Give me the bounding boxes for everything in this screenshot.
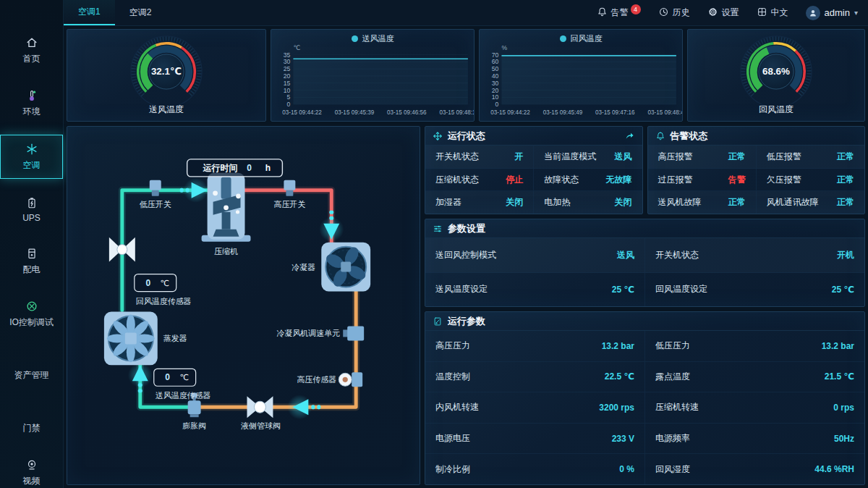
field: 风机通讯故障正常	[756, 191, 864, 214]
svg-text:35: 35	[284, 51, 291, 59]
field-label: 开关机状态	[655, 249, 699, 261]
svg-text:03-15 09:48:43: 03-15 09:48:43	[648, 109, 682, 116]
field-label: 露点温度	[655, 371, 690, 383]
field-label: 过压报警	[658, 174, 693, 186]
chart-legend: 送风温度	[271, 30, 474, 44]
supply-temp-chart: ℃0510152025303503-15 09:44:2203-15 09:45…	[271, 44, 474, 121]
field: 开关机状态开	[425, 146, 533, 168]
kpi-row: 32.1℃ 送风温度 送风温度 ℃0510152025303503-15 09:…	[67, 29, 865, 122]
sidebar-item-label: 配电	[23, 264, 41, 276]
share-icon[interactable]	[624, 130, 635, 141]
field: 送风温度设定25 ℃	[425, 273, 644, 307]
legend-dot-icon	[352, 35, 358, 42]
action-label: 中文	[771, 7, 788, 19]
history-icon	[658, 7, 669, 20]
return-sensor-value: 0	[145, 278, 150, 288]
field-label: 电源电压	[435, 432, 470, 445]
svg-text:10: 10	[492, 93, 499, 101]
field: 过压报警告警	[648, 169, 756, 191]
sidebar-item-label: 首页	[23, 53, 41, 65]
return-temp-sensor-box: 0 ℃	[135, 274, 176, 292]
svg-text:60: 60	[492, 58, 499, 65]
header-actions: 告警4历史设置中文admin▾	[590, 0, 868, 25]
panel-row: 送风机故障正常风机通讯故障正常	[648, 191, 865, 214]
alarm-count-badge: 4	[631, 4, 641, 14]
tab-ac1[interactable]: 空调1	[64, 0, 115, 25]
svg-text:℃: ℃	[293, 44, 300, 51]
sidebar-item-env[interactable]: 环境	[0, 82, 63, 125]
tab-ac2[interactable]: 空调2	[115, 0, 166, 25]
sidebar-item-label: 门禁	[23, 422, 41, 434]
sidebar-item-ac[interactable]: 空调	[0, 135, 63, 179]
field-label: 高压压力	[435, 340, 470, 352]
panel-title: 运行参数	[448, 315, 485, 328]
field-value: 21.5 ℃	[825, 371, 854, 382]
field-label: 低压报警	[767, 151, 801, 163]
sidebar: 首页环境空调UPS配电IO控制调试资产管理门禁视频 09:49:21 2024-…	[0, 0, 64, 488]
gear-icon	[707, 7, 718, 20]
sidebar-item-io[interactable]: IO控制调试	[0, 293, 63, 335]
status-alarm-row: 运行状态 开关机状态开当前温度模式送风压缩机状态停止故障状态无故障加湿器关闭电加…	[425, 126, 865, 214]
panel-header: 运行状态	[425, 127, 642, 146]
field: 电源电压233 V	[425, 424, 644, 454]
field: 回风温度设定25 ℃	[644, 273, 864, 307]
field: 制冷比例0 %	[425, 454, 644, 484]
supply-sensor-value: 0	[165, 372, 170, 382]
field-value: 233 V	[612, 434, 634, 444]
header-action-language[interactable]: 中文	[749, 0, 796, 25]
action-label: 告警	[611, 7, 629, 19]
supply-temp-sensor-box: 0 ℃	[154, 369, 196, 386]
svg-text:40: 40	[492, 72, 499, 80]
sidebar-item-asset[interactable]: 资产管理	[0, 345, 63, 388]
panel-header: 运行参数	[425, 312, 864, 331]
field: 当前温度模式送风	[533, 146, 642, 168]
panel-row: 高压报警正常低压报警正常	[648, 146, 865, 169]
field-value: 关闭	[615, 196, 632, 209]
svg-text:10: 10	[284, 87, 291, 94]
line-chart-return-temp: 回风温度 %01020304050607003-15 09:44:2203-15…	[479, 29, 683, 122]
move-icon	[433, 131, 443, 141]
pipe-liquid-orange	[192, 292, 357, 408]
panel-title: 告警状态	[671, 130, 708, 143]
avatar	[806, 6, 820, 20]
svg-text:03-15 09:45:49: 03-15 09:45:49	[543, 109, 583, 116]
user-menu[interactable]: admin▾	[799, 6, 858, 20]
sidebar-item-ups[interactable]: UPS	[0, 189, 63, 230]
panel-row: 内风机转速3200 rps压缩机转速0 rps	[425, 392, 864, 424]
home-icon	[25, 35, 39, 50]
field-label: 加湿器	[435, 196, 461, 209]
sidebar-item-door[interactable]: 门禁	[0, 398, 63, 441]
evaporator-icon	[104, 311, 158, 365]
field-value: 50Hz	[834, 434, 854, 444]
panel-title: 运行状态	[448, 130, 485, 143]
alarm-status-panel: 告警状态 高压报警正常低压报警正常过压报警告警欠压报警正常送风机故障正常风机通讯…	[647, 126, 866, 214]
hvac-cycle-diagram: 运行时间 0 h 0 ℃ 0	[67, 126, 420, 485]
sidebar-item-label: IO控制调试	[9, 316, 54, 329]
field-label: 高压报警	[658, 151, 693, 163]
field-value: 告警	[728, 174, 746, 186]
user-name: admin	[825, 7, 850, 18]
chevron-down-icon: ▾	[854, 9, 858, 17]
line-chart-supply-temp: 送风温度 ℃0510152025303503-15 09:44:2203-15 …	[271, 29, 475, 122]
sidebar-item-home[interactable]: 首页	[0, 29, 63, 72]
field-label: 故障状态	[544, 174, 579, 186]
field-value: 正常	[837, 196, 854, 209]
sidebar-item-video[interactable]: 视频	[0, 451, 63, 488]
header-action-history[interactable]: 历史	[651, 0, 697, 25]
field: 内风机转速3200 rps	[425, 392, 644, 423]
svg-text:32.1℃: 32.1℃	[151, 66, 182, 77]
return-sensor-unit: ℃	[161, 279, 169, 287]
gauge-panel-return-temp: 68.6% 回风温度	[687, 29, 865, 122]
svg-text:%: %	[501, 44, 507, 51]
field-label: 回风温度设定	[655, 283, 707, 295]
header-action-settings[interactable]: 设置	[700, 0, 746, 25]
field-label: 开关机状态	[435, 151, 479, 163]
header-action-alarm[interactable]: 告警4	[590, 0, 648, 25]
field: 压缩机转速0 rps	[644, 392, 864, 423]
sidebar-item-power[interactable]: 配电	[0, 240, 63, 282]
field-value: 正常	[837, 174, 854, 186]
settings-panel: 参数设置 送回风控制模式送风开关机状态开机送风温度设定25 ℃回风温度设定25 …	[425, 219, 865, 307]
sidebar-nav: 首页环境空调UPS配电IO控制调试资产管理门禁视频	[0, 29, 63, 488]
panel-row: 送风温度设定25 ℃回风温度设定25 ℃	[425, 273, 864, 307]
ball-valve-label: 液侧管球阀	[241, 421, 281, 430]
